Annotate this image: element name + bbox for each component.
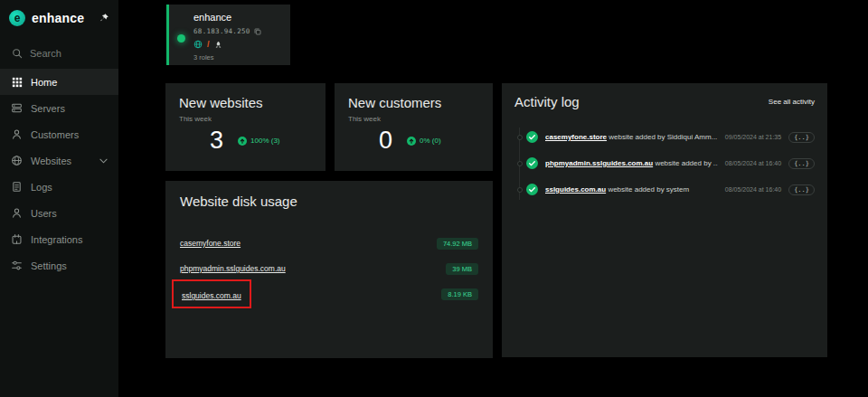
nav-label: Users (31, 208, 57, 219)
settings-sliders-icon (11, 260, 23, 271)
sidebar-item-home[interactable]: Home (0, 69, 118, 95)
activity-site-link[interactable]: casemyfone.store (545, 133, 607, 141)
card-title: New customers (348, 95, 479, 110)
servers-icon (11, 102, 23, 114)
nav-label: Home (31, 77, 57, 88)
nav-label: Integrations (31, 234, 82, 245)
new-customers-card: New customers This week 0 0% (0) (335, 83, 493, 171)
logo-text: enhance (32, 11, 84, 25)
timeline-dot (517, 161, 523, 166)
size-badge: 39 MB (446, 263, 478, 275)
card-subtitle: This week (348, 115, 479, 123)
site-link[interactable]: casemyfone.store (180, 239, 241, 248)
list-item: phpmyadmin.sslguides.com.au website adde… (514, 150, 815, 176)
site-link[interactable]: phpmyadmin.sslguides.com.au (180, 264, 286, 273)
server-role-icons: / (193, 40, 283, 49)
server-ip: 68.183.94.250 (193, 27, 250, 35)
search-icon (11, 47, 23, 59)
timeline-dot (517, 135, 523, 140)
pin-icon[interactable] (99, 13, 109, 24)
server-status-dot (177, 34, 185, 43)
activity-site-link[interactable]: sslguides.com.au (545, 185, 606, 194)
sidebar-item-logs[interactable]: Logs (0, 174, 118, 200)
disk-usage-rows: casemyfone.store 74.92 MB phpmyadmin.ssl… (180, 231, 478, 307)
nav-label: Websites (31, 156, 71, 166)
server-name: enhance (193, 12, 283, 23)
check-circle-icon (526, 184, 538, 195)
activity-site-link[interactable]: phpmyadmin.sslguides.com.au (545, 159, 653, 167)
stat-value: 0 (379, 128, 392, 153)
size-badge: 8.19 KB (441, 288, 478, 300)
search-label: Search (30, 48, 61, 59)
payload-badge[interactable]: {..} (788, 184, 815, 195)
payload-badge[interactable]: {..} (788, 132, 815, 143)
payload-badge[interactable]: {..} (788, 158, 815, 169)
chevron-down-icon (99, 158, 108, 164)
sidebar-item-search[interactable]: Search (0, 41, 118, 65)
activity-text: sslguides.com.au website added by system (545, 185, 718, 194)
server-roles: 3 roles (193, 53, 283, 61)
website-disk-usage-card: Website disk usage casemyfone.store 74.9… (165, 181, 493, 358)
size-badge: 74.92 MB (437, 238, 478, 250)
activity-rest: website added by system (608, 185, 689, 194)
list-item: sslguides.com.au website added by system… (514, 176, 815, 203)
stat-badge-text: 100% (3) (250, 137, 279, 145)
trend-up-icon (407, 137, 416, 146)
activity-date: 08/05/2024 at 16:40 (725, 186, 781, 193)
logo-row: e enhance (0, 0, 118, 33)
card-title: Website disk usage (180, 194, 478, 209)
server-card[interactable]: enhance 68.183.94.250 / 3 roles (166, 5, 290, 65)
table-row: sslguides.com.au 8.19 KB (180, 281, 478, 307)
stat-trend-badge: 0% (0) (407, 137, 441, 146)
server-ip-row: 68.183.94.250 (193, 27, 283, 35)
activity-rest: website added by Siddiqui Amm... (609, 133, 717, 141)
check-circle-icon (526, 131, 538, 143)
stat-row: 0 0% (0) (348, 128, 479, 153)
timeline-dot (517, 187, 523, 193)
trend-up-icon (238, 137, 247, 146)
table-row: casemyfone.store 74.92 MB (180, 231, 478, 256)
card-title: New websites (179, 95, 312, 110)
copy-icon[interactable] (254, 28, 261, 35)
activity-header: Activity log See all activity (514, 94, 815, 109)
table-row: phpmyadmin.sslguides.com.au 39 MB (180, 256, 478, 281)
site-link[interactable]: sslguides.com.au (182, 291, 241, 300)
sidebar-item-servers[interactable]: Servers (0, 95, 118, 121)
stat-trend-badge: 100% (3) (238, 137, 279, 146)
list-item: casemyfone.store website added by Siddiq… (514, 124, 815, 150)
sidebar-item-settings[interactable]: Settings (0, 252, 118, 279)
activity-date: 08/05/2024 at 16:40 (725, 160, 781, 166)
enhance-logo-icon: e (9, 10, 25, 26)
see-all-activity-link[interactable]: See all activity (769, 98, 815, 106)
new-websites-card: New websites This week 3 100% (3) (165, 83, 326, 171)
nav-label: Settings (31, 260, 67, 271)
customers-icon (11, 128, 23, 140)
activity-list: casemyfone.store website added by Siddiq… (514, 124, 815, 203)
card-title: Activity log (514, 94, 580, 109)
nav-label: Logs (31, 182, 52, 193)
stat-badge-text: 0% (0) (420, 137, 441, 145)
check-circle-icon (526, 157, 538, 169)
stat-value: 3 (210, 128, 223, 153)
sidebar: e enhance Search Home Servers Cu (0, 0, 118, 397)
sidebar-item-customers[interactable]: Customers (0, 121, 118, 147)
sidebar-item-websites[interactable]: Websites (0, 147, 118, 174)
sidebar-item-users[interactable]: Users (0, 200, 118, 226)
home-grid-icon (11, 76, 23, 88)
nav-label: Servers (31, 103, 65, 114)
activity-text: phpmyadmin.sslguides.com.au website adde… (545, 159, 718, 167)
activity-text: casemyfone.store website added by Siddiq… (545, 133, 718, 141)
integrations-icon (11, 233, 23, 245)
activity-log-card: Activity log See all activity casemyfone… (502, 83, 827, 357)
stat-row: 3 100% (3) (179, 128, 312, 153)
globe-icon (193, 40, 203, 49)
activity-rest: website added by ... (655, 159, 717, 167)
nav-label: Customers (31, 129, 79, 140)
sidebar-item-integrations[interactable]: Integrations (0, 226, 118, 252)
logs-icon (11, 181, 23, 193)
card-subtitle: This week (179, 115, 312, 123)
activity-date: 09/05/2024 at 21:35 (725, 134, 781, 140)
rocket-icon (214, 41, 222, 49)
sidebar-nav: Home Servers Customers Websites (0, 69, 118, 279)
slash-icon: / (207, 41, 210, 49)
